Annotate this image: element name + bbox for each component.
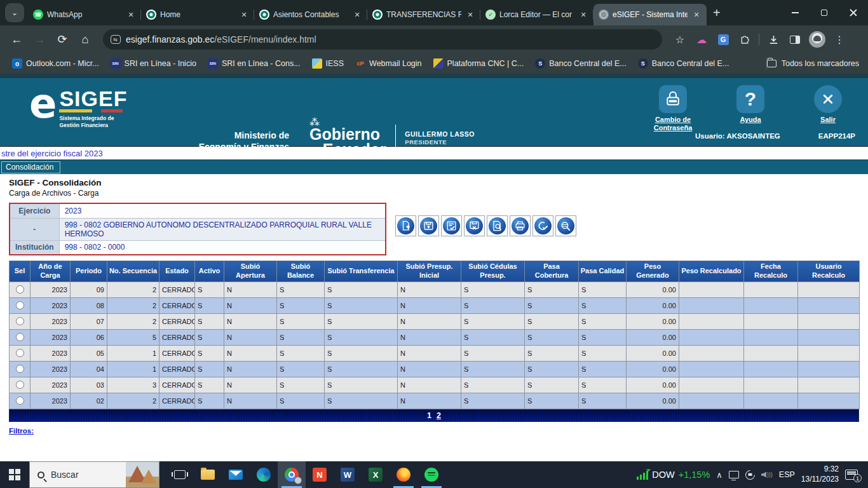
- mail-button[interactable]: [222, 461, 250, 488]
- extensions-puzzle-icon[interactable]: [737, 32, 752, 47]
- column-header[interactable]: Activo: [195, 261, 224, 282]
- clock[interactable]: 9:32 13/11/2023: [801, 464, 839, 484]
- forward-button[interactable]: →: [29, 29, 50, 50]
- start-button[interactable]: [0, 461, 29, 488]
- column-header[interactable]: Subió Apertura: [224, 261, 277, 282]
- bookmark-item[interactable]: S Banco Central del E...: [529, 56, 632, 71]
- tab-close-icon[interactable]: ✕: [465, 10, 475, 20]
- back-button[interactable]: ←: [6, 29, 27, 50]
- home-button[interactable]: ⌂: [75, 29, 95, 50]
- side-panel-icon[interactable]: [787, 32, 803, 47]
- column-header[interactable]: Subió Presup. Inicial: [398, 261, 461, 282]
- excel-button[interactable]: X: [362, 461, 390, 488]
- quality-check-button[interactable]: [532, 215, 553, 236]
- bookmark-star-icon[interactable]: ☆: [672, 32, 688, 47]
- bookmark-item[interactable]: Plataforma CNC | C...: [428, 56, 530, 71]
- site-settings-icon[interactable]: ⇆: [111, 35, 121, 44]
- browser-tab[interactable]: TRANSFERENCIAS RE ✕: [367, 4, 480, 25]
- new-record-button[interactable]: [395, 215, 416, 236]
- bookmark-item[interactable]: IESS: [306, 56, 350, 71]
- column-header[interactable]: Sel: [10, 261, 31, 282]
- help-action[interactable]: ? Ayuda: [723, 85, 778, 133]
- browser-tab[interactable]: ✓ Lorca Editor — El cor ✕: [480, 4, 593, 25]
- tab-close-icon[interactable]: ✕: [691, 10, 702, 20]
- volume-icon[interactable]: ))): [761, 471, 773, 478]
- extension-cloud-icon[interactable]: ☁: [694, 32, 709, 47]
- chrome-button[interactable]: [278, 461, 306, 488]
- exit-action[interactable]: Salir: [801, 85, 855, 133]
- browser-menu-icon[interactable]: ⋮: [832, 32, 847, 47]
- column-header[interactable]: Pasa Cobertura: [525, 261, 579, 282]
- browser-tab[interactable]: eSIGEF - Sistema Inte ✕: [593, 4, 707, 25]
- row-select-radio[interactable]: [16, 396, 24, 405]
- column-header[interactable]: Estado: [159, 261, 195, 282]
- column-header[interactable]: Fecha Recalculo: [744, 261, 798, 282]
- browser-tab[interactable]: Asientos Contables ✕: [254, 4, 367, 25]
- browser-tab[interactable]: ☎ WhatsApp ✕: [28, 4, 141, 25]
- reload-button[interactable]: ⟳: [52, 29, 72, 50]
- save-record-button[interactable]: [418, 215, 439, 236]
- exit-label[interactable]: Salir: [820, 116, 836, 124]
- profile-avatar[interactable]: [809, 31, 825, 48]
- task-view-button[interactable]: [166, 461, 194, 488]
- row-select-radio[interactable]: [16, 285, 24, 294]
- bookmark-item[interactable]: cP Webmail Login: [349, 56, 427, 71]
- filters-link[interactable]: Filtros:: [9, 427, 34, 435]
- downloads-icon[interactable]: [766, 32, 781, 47]
- word-button[interactable]: W: [334, 461, 362, 488]
- language-indicator[interactable]: ESP: [779, 470, 795, 479]
- search-highlight-image[interactable]: [126, 462, 159, 488]
- tab-close-icon[interactable]: ✕: [239, 10, 249, 20]
- change-password-label[interactable]: Cambio de Contraseña: [646, 116, 700, 132]
- print-button[interactable]: [510, 215, 531, 236]
- bookmark-item[interactable]: SRI SRI en Línea - Inicio: [105, 56, 202, 71]
- window-minimize-button[interactable]: [780, 0, 810, 25]
- pdf-app-button[interactable]: N: [306, 461, 334, 488]
- column-header[interactable]: Subió Transferencia: [325, 261, 398, 282]
- network-icon[interactable]: [729, 471, 739, 478]
- delete-record-button[interactable]: [464, 215, 485, 236]
- stock-widget[interactable]: DOW +1,15%: [637, 470, 710, 480]
- column-header[interactable]: No. Secuencia: [107, 261, 159, 282]
- column-header[interactable]: Subió Cédulas Presup.: [461, 261, 525, 282]
- row-select-radio[interactable]: [16, 301, 24, 309]
- all-bookmarks[interactable]: Todos los marcadores: [767, 59, 862, 68]
- page-number-current[interactable]: 1: [427, 411, 431, 420]
- tab-close-icon[interactable]: ✕: [126, 10, 136, 20]
- tab-close-icon[interactable]: ✕: [352, 10, 362, 20]
- row-select-radio[interactable]: [16, 333, 24, 341]
- tray-expand-chevron[interactable]: ∧: [716, 470, 722, 480]
- window-restore-button[interactable]: [810, 0, 839, 25]
- column-header[interactable]: Subió Balance: [277, 261, 325, 282]
- row-select-radio[interactable]: [16, 349, 24, 357]
- new-tab-button[interactable]: +: [713, 6, 721, 20]
- browser-tab[interactable]: Home ✕: [141, 4, 254, 25]
- meet-now-icon[interactable]: [745, 470, 755, 480]
- row-select-radio[interactable]: [16, 365, 24, 373]
- address-bar[interactable]: ⇆ esigef.finanzas.gob.ec/eSIGEF/menu/ind…: [103, 29, 662, 50]
- page-number-link[interactable]: 2: [437, 411, 441, 420]
- firefox-button[interactable]: [390, 461, 417, 488]
- bookmark-item[interactable]: S Banco Central del E...: [632, 56, 735, 71]
- column-header[interactable]: Pasa Calidad: [579, 261, 627, 282]
- global-consult-button[interactable]: [555, 215, 576, 236]
- column-header[interactable]: Peso Generado: [627, 261, 679, 282]
- window-close-button[interactable]: [839, 0, 868, 25]
- change-password-action[interactable]: Cambio de Contraseña: [646, 85, 700, 133]
- menu-tab-consolidacion[interactable]: Consolidación: [1, 161, 60, 173]
- bookmark-item[interactable]: SRI SRI en Línea - Cons...: [202, 56, 306, 71]
- validate-record-button[interactable]: [441, 215, 462, 236]
- spotify-button[interactable]: [417, 461, 445, 488]
- column-header[interactable]: Periodo: [71, 261, 107, 282]
- notification-center-button[interactable]: 1: [845, 470, 858, 480]
- view-detail-button[interactable]: [487, 215, 508, 236]
- translate-icon[interactable]: G: [715, 32, 731, 47]
- column-header[interactable]: Peso Recalculado: [679, 261, 744, 282]
- help-label[interactable]: Ayuda: [740, 116, 761, 124]
- row-select-radio[interactable]: [16, 381, 24, 389]
- tab-search-button[interactable]: ⌄: [5, 3, 24, 22]
- edge-button[interactable]: [250, 461, 278, 488]
- row-select-radio[interactable]: [16, 317, 24, 325]
- column-header[interactable]: Usuario Recalculo: [798, 261, 860, 282]
- bookmark-item[interactable]: o Outlook.com - Micr...: [6, 56, 105, 71]
